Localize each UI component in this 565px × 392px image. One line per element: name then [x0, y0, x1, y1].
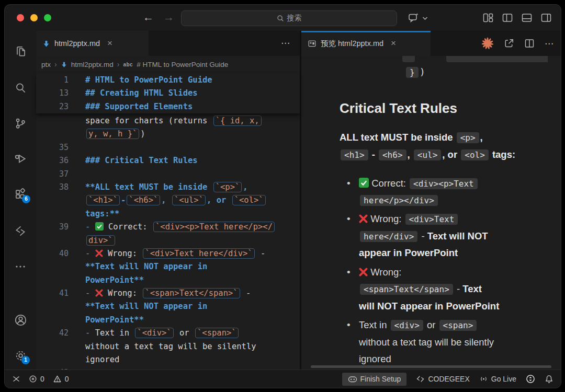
close-window-button[interactable]	[17, 14, 24, 21]
tab-preview-html2pptx-md[interactable]: 预览 html2pptx.md ×	[301, 31, 431, 56]
editor-line[interactable]: 39- Correct: `<div><p>Text here</p></	[36, 221, 300, 234]
breadcrumb-symbol[interactable]: # HTML to PowerPoint Guide	[137, 61, 228, 68]
extensions-icon[interactable]: 6	[14, 188, 27, 201]
more-views-icon[interactable]	[14, 260, 27, 273]
toggle-primary-sidebar-icon[interactable]	[502, 12, 513, 24]
text-run: , or	[442, 149, 460, 160]
account-icon[interactable]	[14, 313, 27, 327]
cross-icon	[95, 249, 103, 258]
editor-line[interactable]: 40- Wrong: `<div>Text here</div>` -	[36, 247, 300, 260]
text-run: Correct:	[104, 222, 152, 232]
text-run: ignored	[359, 353, 391, 364]
markdown-file-icon	[42, 40, 50, 48]
text-run: -	[369, 149, 378, 160]
run-debug-icon[interactable]	[14, 152, 27, 166]
source-control-icon[interactable]	[14, 117, 27, 130]
errors-indicator[interactable]: 0	[29, 375, 44, 383]
cross-icon	[359, 268, 368, 277]
toggle-secondary-sidebar-icon[interactable]	[540, 12, 552, 24]
editor-actions-more-icon[interactable]: ⋯	[281, 38, 290, 49]
line-number	[36, 234, 69, 247]
line-number: 40	[36, 247, 69, 260]
line-text: - Text in `<div>` or `<span>`	[85, 327, 240, 340]
text-run: -	[85, 289, 95, 298]
editor-line[interactable]: space for charts (returns `{ id, x,	[36, 114, 300, 128]
text-run: appear in PowerPoint	[359, 247, 458, 258]
command-center-search-input[interactable]: 搜索	[181, 10, 397, 26]
editor-line[interactable]: 41- Wrong: `<span>Text</span>` -	[36, 287, 300, 300]
editor-line[interactable]: ignored	[36, 353, 300, 366]
symbol-string-icon: abc	[123, 62, 133, 67]
go-live-button[interactable]: Go Live	[479, 375, 516, 383]
close-tab-icon[interactable]: ×	[391, 38, 396, 49]
minimize-window-button[interactable]	[30, 14, 38, 21]
breadcrumb-folder[interactable]: ptx	[41, 61, 51, 68]
inline-code: <ol>	[461, 149, 489, 160]
search-view-icon[interactable]	[14, 81, 27, 95]
explorer-icon[interactable]	[14, 44, 27, 58]
codegeex-status-button[interactable]: CODEGEEX	[416, 375, 469, 383]
preview-intro-paragraph: ALL text MUST be inside <p>,<h1> - <h6>,…	[340, 129, 548, 164]
navigate-back-icon[interactable]: ←	[143, 11, 154, 24]
inline-code: `<div>Text here</div>`	[143, 248, 254, 259]
inline-code: `<ol>`	[232, 195, 266, 205]
chevron-down-icon[interactable]	[422, 16, 428, 20]
editor-line[interactable]: PowerPoint**	[36, 314, 300, 327]
notifications-bell-icon[interactable]	[545, 375, 553, 384]
line-number: 39	[36, 221, 69, 234]
editor-line[interactable]: without a text tag will be silently	[36, 340, 300, 353]
editor-line[interactable]: **Text will NOT appear in	[36, 300, 300, 313]
extensions-badge: 6	[22, 195, 30, 203]
text-run: -	[121, 195, 126, 205]
text-run: Correct:	[369, 178, 409, 189]
editor-line[interactable]: tags:**	[36, 207, 300, 221]
editor-line[interactable]: 38**ALL text MUST be inside `<p>`,	[36, 181, 300, 194]
chat-icon[interactable]	[408, 11, 420, 24]
close-tab-icon[interactable]: ×	[107, 38, 112, 49]
editor-line[interactable]: div>`	[36, 234, 300, 247]
editor-content[interactable]: space for charts (returns `{ id, x,y, w,…	[36, 113, 300, 370]
toggle-panel-icon[interactable]	[521, 12, 533, 24]
finish-setup-button[interactable]: Finish Setup	[342, 373, 407, 386]
editor-line[interactable]: **Text will NOT appear in	[36, 260, 300, 273]
claude-starburst-icon[interactable]	[481, 37, 494, 50]
settings-gear-icon[interactable]: 1	[14, 349, 27, 362]
editor-line[interactable]: y, w, h }`)	[36, 128, 300, 141]
warnings-indicator[interactable]: 0	[53, 375, 69, 383]
tab-label: 预览 html2pptx.md	[321, 39, 383, 49]
preview-horizontal-scrollbar[interactable]	[311, 365, 551, 368]
remote-indicator-icon[interactable]	[12, 375, 20, 383]
editor-line[interactable]: 37	[36, 168, 300, 181]
sticky-line[interactable]: 1# HTML to PowerPoint Guide	[36, 74, 300, 87]
sticky-line[interactable]: 23### Supported Elements	[36, 100, 300, 113]
line-number: 38	[36, 181, 69, 194]
preview-more-actions-icon[interactable]: ⋯	[545, 38, 554, 49]
line-number: 35	[36, 141, 69, 154]
split-editor-icon[interactable]	[524, 38, 535, 49]
codegeex-view-icon[interactable]	[14, 224, 27, 238]
maximize-window-button[interactable]	[44, 14, 51, 21]
navigate-forward-icon[interactable]: →	[163, 11, 174, 24]
editor-line[interactable]: 42- Text in `<div>` or `<span>`	[36, 327, 300, 340]
line-text: ## Creating HTML Slides	[85, 87, 198, 100]
line-text: # HTML to PowerPoint Guide	[85, 74, 212, 87]
line-number	[36, 207, 69, 221]
bullet-item: Text in <div> or <span>without a text ta…	[340, 317, 548, 368]
editor-line[interactable]: `<h1>`-`<h6>`, `<ul>`, or `<ol>`	[36, 194, 300, 207]
editor-line[interactable]: 35	[36, 141, 300, 154]
bullet-row: here</p></div>	[359, 192, 548, 209]
bullet-row: Wrong:	[359, 264, 548, 281]
editor-line[interactable]: PowerPoint**	[36, 274, 300, 287]
markdown-file-icon	[61, 61, 67, 68]
editor-line[interactable]: 36### Critical Text Rules	[36, 154, 300, 167]
check-icon	[359, 179, 369, 188]
extension-circle-icon[interactable]	[526, 374, 535, 384]
export-share-icon[interactable]	[504, 38, 514, 49]
text-run: )	[140, 129, 145, 139]
inline-code: here</p></div>	[360, 195, 438, 206]
breadcrumb-file[interactable]: html2pptx.md	[71, 61, 114, 68]
sticky-line[interactable]: 13## Creating HTML Slides	[36, 87, 300, 100]
text-run: or	[424, 319, 438, 330]
customize-layout-icon[interactable]	[482, 12, 494, 24]
tab-html2pptx-md[interactable]: html2pptx.md ×	[36, 31, 149, 56]
